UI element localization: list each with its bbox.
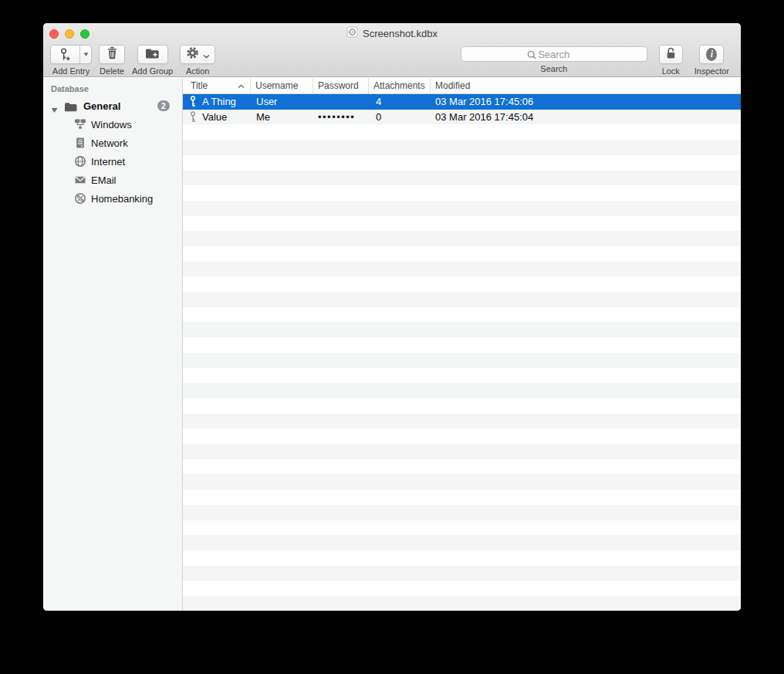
- cell-attachments: 0: [376, 110, 381, 125]
- sidebar-item-network[interactable]: Network: [43, 134, 182, 152]
- sidebar-item-internet[interactable]: Internet: [43, 152, 182, 171]
- network-icon: [74, 137, 86, 149]
- action-label: Action: [186, 66, 210, 76]
- padlock-open-icon: [665, 47, 677, 63]
- key-icon: [189, 111, 197, 125]
- table-body[interactable]: A Thing User 4 03 Mar 2016 17:45:06 Valu…: [183, 94, 741, 611]
- search-label: Search: [540, 64, 567, 73]
- globe-icon: [74, 155, 86, 168]
- add-entry-item: Add Entry: [50, 45, 92, 76]
- column-header-password[interactable]: Password: [313, 78, 369, 93]
- sidebar-group-label: General: [83, 100, 120, 112]
- entry-count-badge: 2: [157, 100, 170, 111]
- chevron-down-icon: [203, 48, 210, 62]
- inspector-label: Inspector: [694, 66, 729, 76]
- sidebar-item-label: EMail: [91, 174, 117, 186]
- action-item: Action: [180, 45, 215, 76]
- delete-button[interactable]: [99, 45, 125, 64]
- add-group-button[interactable]: [137, 45, 168, 64]
- lock-label: Lock: [662, 66, 680, 76]
- sidebar-group-general[interactable]: General 2: [43, 97, 182, 115]
- sidebar: Database General 2 Windows Network Inter…: [43, 78, 183, 611]
- window-title: Screenshot.kdbx: [363, 28, 438, 39]
- sidebar-item-windows[interactable]: Windows: [43, 115, 182, 134]
- lock-button[interactable]: [659, 45, 683, 64]
- sidebar-header: Database: [43, 83, 182, 97]
- column-header-title[interactable]: Title: [183, 78, 251, 93]
- macpass-window: Screenshot.kdbx Add Entry: [43, 23, 741, 611]
- dropdown-arrow-icon: [83, 52, 89, 56]
- cell-modified: 03 Mar 2016 17:45:06: [435, 94, 533, 110]
- inspector-button[interactable]: i: [699, 45, 724, 64]
- sidebar-item-label: Network: [91, 137, 128, 149]
- toolbar: Add Entry Delete Add Group: [43, 44, 741, 77]
- column-header-username[interactable]: Username: [251, 78, 313, 93]
- folder-icon: [64, 101, 78, 115]
- percent-coin-icon: [74, 192, 86, 205]
- add-group-item: Add Group: [132, 45, 173, 76]
- sidebar-item-label: Internet: [91, 156, 125, 168]
- add-entry-label: Add Entry: [52, 66, 90, 76]
- inspector-item: i Inspector: [694, 45, 729, 76]
- add-entry-dropdown[interactable]: [80, 46, 91, 63]
- windows-group-icon: [74, 118, 86, 130]
- traffic-lights: [49, 29, 90, 39]
- titlebar[interactable]: Screenshot.kdbx: [43, 23, 741, 44]
- column-header-modified[interactable]: Modified: [431, 78, 741, 93]
- column-header-attachments[interactable]: Attachments: [369, 78, 431, 93]
- table-header: Title Username Password Attachments Modi…: [183, 78, 741, 94]
- sidebar-item-homebanking[interactable]: Homebanking: [43, 189, 182, 208]
- window-chrome: Screenshot.kdbx Add Entry: [43, 23, 741, 77]
- delete-item: Delete: [99, 45, 125, 76]
- cell-username: User: [256, 94, 277, 110]
- sort-ascending-icon: [238, 80, 245, 91]
- info-icon: i: [706, 48, 717, 61]
- lock-item: Lock: [659, 45, 683, 76]
- search-item: Search: [461, 45, 647, 76]
- key-icon: [189, 96, 197, 110]
- cell-modified: 03 Mar 2016 17:45:04: [435, 110, 533, 125]
- gear-icon: [186, 46, 199, 63]
- trash-icon: [106, 46, 118, 63]
- cell-password: ••••••••: [318, 110, 355, 125]
- entry-table: Title Username Password Attachments Modi…: [183, 78, 741, 611]
- document-icon: [346, 26, 358, 41]
- zoom-button[interactable]: [80, 29, 90, 39]
- key-plus-icon: [51, 46, 80, 63]
- envelope-icon: [74, 174, 86, 186]
- sidebar-item-email[interactable]: EMail: [43, 171, 182, 189]
- folder-plus-icon: [145, 48, 160, 62]
- close-button[interactable]: [49, 29, 59, 39]
- cell-title: Value: [202, 110, 227, 125]
- cell-username: Me: [256, 110, 270, 125]
- sidebar-item-label: Windows: [91, 119, 132, 130]
- cell-title: A Thing: [202, 94, 236, 110]
- sidebar-item-label: Homebanking: [91, 193, 153, 205]
- table-row[interactable]: Value Me •••••••• 0 03 Mar 2016 17:45:04: [183, 110, 741, 125]
- search-input[interactable]: [461, 46, 647, 62]
- cell-attachments: 4: [376, 94, 381, 110]
- action-button[interactable]: [180, 45, 215, 64]
- window-title-area: Screenshot.kdbx: [43, 23, 741, 44]
- add-entry-button[interactable]: [50, 45, 92, 64]
- delete-label: Delete: [100, 66, 124, 76]
- table-row[interactable]: A Thing User 4 03 Mar 2016 17:45:06: [183, 94, 741, 110]
- minimize-button[interactable]: [65, 29, 74, 39]
- add-group-label: Add Group: [132, 66, 173, 76]
